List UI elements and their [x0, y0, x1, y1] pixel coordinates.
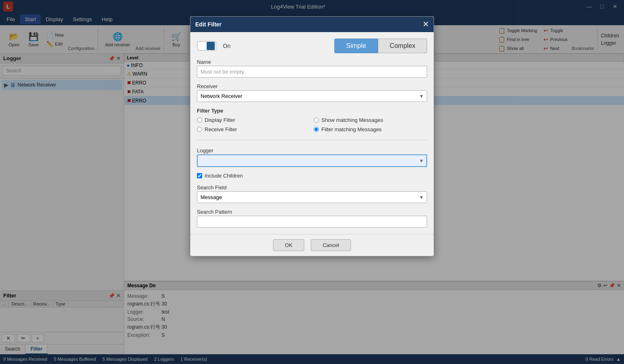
radio-display-filter[interactable]: Display Filter: [197, 117, 310, 123]
search-field-group: Search Field Message ▼: [197, 184, 427, 203]
cancel-button[interactable]: Cancel: [311, 239, 351, 251]
search-field-label: Search Field: [197, 184, 427, 191]
name-field-group: Name: [197, 59, 427, 78]
radio-display-filter-input[interactable]: [197, 117, 202, 123]
modal-footer: OK Cancel: [190, 234, 434, 256]
search-pattern-input[interactable]: [197, 216, 427, 228]
radio-show-matching-input[interactable]: [314, 117, 319, 123]
radio-display-filter-label: Display Filter: [205, 117, 235, 123]
modal-title: Edit Filter: [195, 21, 222, 28]
modal-close-button[interactable]: ✕: [423, 20, 429, 29]
logger-select-wrap: ▼: [197, 154, 427, 167]
search-pattern-group: Search Pattern: [197, 209, 427, 228]
receiver-field-group: Receiver Network Receiver ▼: [197, 83, 427, 102]
modal-overlay: Edit Filter ✕ On Simple Complex Name: [0, 0, 624, 364]
toggle-label: On: [223, 43, 231, 49]
logger-field-label: Logger: [197, 147, 427, 154]
filter-type-label: Filter Type: [197, 108, 427, 114]
modal-divider: [197, 140, 427, 140]
on-toggle[interactable]: [197, 41, 216, 51]
radio-filter-matching[interactable]: Filter matching Messages: [314, 126, 427, 132]
modal-titlebar: Edit Filter ✕: [190, 17, 434, 32]
edit-filter-modal: Edit Filter ✕ On Simple Complex Name: [190, 16, 434, 256]
logger-select[interactable]: [197, 154, 427, 167]
radio-show-matching-label: Show matching Messages: [321, 117, 383, 123]
filter-type-section: Filter Type Display Filter Show matching…: [197, 108, 427, 132]
complex-mode-button[interactable]: Complex: [378, 39, 427, 53]
modal-body: On Simple Complex Name Receiver Network …: [190, 32, 434, 234]
logger-field-group: Logger ▼: [197, 147, 427, 167]
toggle-thumb: [207, 42, 215, 50]
include-children-text: Include Children: [205, 173, 243, 179]
toggle-row: On Simple Complex: [197, 39, 427, 53]
radio-show-matching[interactable]: Show matching Messages: [314, 117, 427, 123]
receiver-select[interactable]: Network Receiver: [197, 90, 427, 102]
search-field-select[interactable]: Message: [197, 191, 427, 203]
name-input[interactable]: [197, 66, 427, 78]
radio-filter-matching-label: Filter matching Messages: [321, 126, 382, 132]
mode-buttons: Simple Complex: [334, 39, 427, 53]
simple-mode-button[interactable]: Simple: [334, 39, 378, 53]
radio-receive-filter[interactable]: Receive Filter: [197, 126, 310, 132]
search-pattern-label: Search Pattern: [197, 209, 427, 215]
search-field-select-wrap: Message ▼: [197, 191, 427, 203]
radio-receive-filter-label: Receive Filter: [205, 126, 237, 132]
radio-receive-filter-input[interactable]: [197, 127, 202, 132]
filter-type-radio-grid: Display Filter Show matching Messages Re…: [197, 117, 427, 132]
receiver-select-wrap: Network Receiver ▼: [197, 90, 427, 102]
radio-filter-matching-input[interactable]: [314, 127, 319, 132]
include-children-checkbox[interactable]: [197, 173, 202, 178]
receiver-label: Receiver: [197, 83, 427, 89]
ok-button[interactable]: OK: [273, 239, 304, 251]
name-label: Name: [197, 59, 427, 65]
include-children-label[interactable]: Include Children: [197, 173, 427, 179]
